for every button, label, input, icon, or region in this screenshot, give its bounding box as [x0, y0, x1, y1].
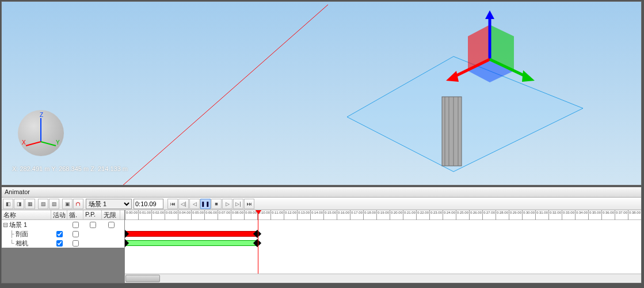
ruler-tick: 0:08.00 — [231, 210, 244, 220]
tool-icon-4[interactable]: ▧ — [38, 199, 48, 209]
snapshot-icon[interactable]: ▣ — [62, 199, 73, 209]
col-infinite[interactable]: 无限 — [102, 210, 120, 219]
record-icon[interactable]: ⛫ — [73, 199, 83, 209]
loop-checkbox[interactable] — [73, 231, 79, 237]
active-checkbox[interactable] — [56, 231, 63, 237]
coord-status: X: 282.491 m Y: 268.345 m Z: 214.133 m — [12, 165, 128, 172]
svg-line-16 — [26, 142, 41, 146]
axis-gizmo[interactable] — [428, 10, 554, 108]
track-camera[interactable] — [125, 238, 641, 248]
scrollbar-thumb[interactable] — [125, 275, 160, 282]
ruler-tick: 0:34.00 — [575, 210, 588, 220]
timeline-ruler[interactable]: 0:00.000:01.000:02.000:03.000:04.000:05.… — [125, 210, 641, 220]
prev-key-icon[interactable]: ◁| — [178, 199, 189, 209]
ruler-tick: 0:13.00 — [297, 210, 310, 220]
animator-panel: Animator ◧ ◨ ▦ ▧ ▨ ▣ ⛫ 场景 1 ⏮ ◁| ◁ ❚❚ ■ … — [1, 187, 642, 283]
ruler-tick: 0:31.00 — [535, 210, 548, 220]
infinite-checkbox[interactable] — [108, 222, 115, 228]
ruler-tick: 0:26.00 — [469, 210, 482, 220]
tree-row-section[interactable]: ├剖面 — [2, 229, 124, 238]
step-back-icon[interactable]: ◁ — [189, 199, 200, 209]
pause-icon[interactable]: ❚❚ — [200, 199, 211, 209]
step-forward-icon[interactable]: ▷| — [233, 199, 243, 209]
ruler-tick: 0:01.00 — [138, 210, 151, 220]
svg-marker-10 — [485, 10, 494, 19]
timeline[interactable]: 0:00.000:01.000:02.000:03.000:04.000:05.… — [125, 210, 641, 283]
play-icon[interactable]: ▷ — [222, 199, 233, 209]
axis-label-y: Y — [56, 139, 60, 146]
ruler-tick: 0:03.00 — [165, 210, 178, 220]
playhead[interactable] — [258, 210, 258, 283]
animator-title: Animator — [2, 187, 641, 198]
viewport-3d[interactable]: Z X Y X: 282.491 m Y: 268.345 m Z: 214.1… — [1, 1, 642, 185]
timeline-scrollbar[interactable] — [125, 274, 641, 283]
pp-checkbox[interactable] — [90, 222, 96, 228]
svg-marker-12 — [446, 71, 459, 82]
ruler-tick: 0:00.00 — [125, 210, 138, 220]
ruler-tick: 0:38.00 — [628, 210, 641, 220]
scene-tree: 名称 活动 循. P.P. 无限 ⊟场景 1 ├剖面 — [2, 210, 125, 283]
ruler-tick: 0:27.00 — [482, 210, 496, 220]
track-scene[interactable] — [125, 220, 641, 229]
loop-checkbox[interactable] — [73, 222, 79, 228]
ruler-tick: 0:28.00 — [496, 210, 509, 220]
ruler-tick: 0:33.00 — [562, 210, 575, 220]
ruler-tick: 0:07.00 — [218, 210, 231, 220]
ruler-tick: 0:30.00 — [522, 210, 535, 220]
col-pp[interactable]: P.P. — [83, 210, 102, 219]
svg-marker-14 — [522, 70, 535, 82]
tree-header: 名称 活动 循. P.P. 无限 — [2, 210, 124, 220]
ruler-tick: 0:04.00 — [178, 210, 191, 220]
ruler-tick: 0:12.00 — [284, 210, 297, 220]
col-loop[interactable]: 循. — [67, 210, 83, 219]
svg-line-18 — [55, 5, 328, 185]
svg-line-17 — [41, 142, 56, 146]
scene-select[interactable]: 场景 1 — [86, 199, 132, 209]
tree-row-camera[interactable]: └相机 — [2, 238, 124, 248]
ruler-tick: 0:25.00 — [456, 210, 469, 220]
time-input[interactable] — [134, 199, 163, 209]
ruler-tick: 0:29.00 — [509, 210, 522, 220]
view-compass[interactable]: Z X Y — [18, 110, 64, 156]
ruler-tick: 0:23.00 — [429, 210, 443, 220]
tool-icon-2[interactable]: ◨ — [14, 199, 24, 209]
tool-icon-1[interactable]: ◧ — [3, 199, 13, 209]
col-active[interactable]: 活动 — [51, 210, 67, 219]
next-key-icon[interactable]: ⏭ — [244, 199, 254, 209]
ruler-tick: 0:14.00 — [310, 210, 323, 220]
ruler-tick: 0:15.00 — [323, 210, 337, 220]
ruler-tick: 0:17.00 — [350, 210, 363, 220]
ruler-tick: 0:02.00 — [151, 210, 165, 220]
track-section[interactable] — [125, 229, 641, 238]
ruler-tick: 0:19.00 — [376, 210, 390, 220]
animator-toolbar: ◧ ◨ ▦ ▧ ▨ ▣ ⛫ 场景 1 ⏮ ◁| ◁ ❚❚ ■ ▷ ▷| ⏭ — [2, 198, 641, 210]
rewind-to-start-icon[interactable]: ⏮ — [167, 199, 178, 209]
ruler-tick: 0:20.00 — [390, 210, 403, 220]
annotation-arrow — [51, 5, 328, 185]
active-checkbox[interactable] — [56, 240, 63, 247]
tool-icon-3[interactable]: ▦ — [25, 199, 35, 209]
tree-empty-area — [2, 248, 124, 283]
ruler-tick: 0:24.00 — [443, 210, 456, 220]
tool-icon-5[interactable]: ▨ — [49, 199, 59, 209]
ruler-tick: 0:35.00 — [588, 210, 601, 220]
ruler-tick: 0:18.00 — [363, 210, 376, 220]
col-name[interactable]: 名称 — [2, 210, 51, 219]
clip-camera[interactable] — [125, 240, 257, 246]
loop-checkbox[interactable] — [73, 240, 79, 247]
axis-label-x: X — [22, 139, 26, 146]
clip-section[interactable] — [125, 231, 257, 237]
axis-label-z: Z — [40, 112, 43, 118]
ruler-tick: 0:11.00 — [270, 210, 284, 220]
ruler-tick: 0:21.00 — [403, 210, 416, 220]
ruler-tick: 0:32.00 — [548, 210, 562, 220]
ruler-tick: 0:22.00 — [416, 210, 429, 220]
ruler-tick: 0:37.00 — [615, 210, 628, 220]
ruler-tick: 0:05.00 — [191, 210, 204, 220]
ruler-tick: 0:06.00 — [204, 210, 218, 220]
tree-row-scene[interactable]: ⊟场景 1 — [2, 220, 124, 229]
ruler-tick: 0:16.00 — [337, 210, 350, 220]
ruler-tick: 0:36.00 — [601, 210, 615, 220]
stop-icon[interactable]: ■ — [211, 199, 222, 209]
